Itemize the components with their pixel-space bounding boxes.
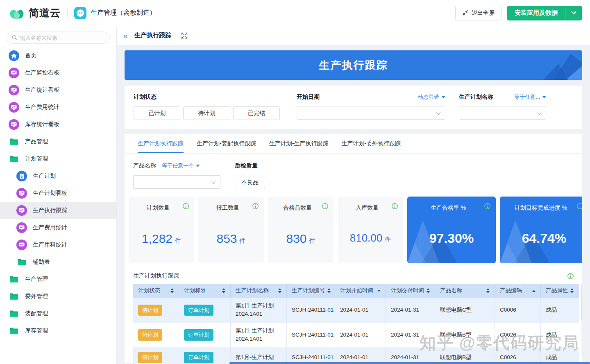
sidebar-item-production-plan-board[interactable]: 生产计划看板 — [0, 185, 116, 202]
start-date-mode-dropdown[interactable]: 动态筛选 — [418, 93, 445, 101]
sidebar-search[interactable] — [7, 32, 110, 44]
stat-value: 1,282 — [142, 232, 172, 245]
plan-name-select[interactable] — [459, 106, 546, 120]
tracking-card: 生产计划执行跟踪 生产计划-装配执行跟踪 生产计划-生产执行跟踪 生产计划-委外… — [125, 134, 582, 363]
tag-badge: 订单计划 — [184, 305, 213, 316]
info-icon[interactable] — [484, 203, 490, 209]
install-app-label[interactable]: 安装应用及数据 — [507, 6, 565, 20]
quality-option-defective[interactable]: 不良品 — [235, 176, 265, 189]
column-header[interactable]: 产品属性 — [541, 284, 575, 298]
sidebar-item-production-plan[interactable]: 生产计划 — [0, 167, 116, 185]
column-header[interactable]: 计划交付时间 — [386, 284, 435, 298]
column-header[interactable]: 生产计划编号 — [287, 284, 335, 298]
horizontal-scrollbar[interactable] — [229, 362, 590, 364]
triangle-down-icon — [196, 165, 200, 167]
exit-fullscreen-label: 退出全屏 — [472, 9, 495, 17]
info-icon[interactable] — [322, 203, 328, 209]
home-icon — [9, 50, 19, 61]
sidebar-item-plan-management[interactable]: 计划管理 — [0, 150, 116, 167]
sidebar-item-production-management[interactable]: 生产管理 — [0, 271, 116, 288]
folder-icon — [9, 138, 19, 145]
stat-unit: 件 — [309, 237, 315, 244]
tab-outsourcing-tracking[interactable]: 生产计划-委外执行跟踪 — [341, 134, 401, 153]
column-header[interactable]: 计划状态 — [133, 284, 179, 298]
sort-icon[interactable] — [427, 288, 430, 293]
column-header[interactable]: 生产计划名称 — [231, 284, 287, 298]
exit-fullscreen-button[interactable]: 退出全屏 — [455, 6, 502, 20]
table-row[interactable]: 待计划 订单计划 第1月-生产计划2024.1A01 SCJH-240111-0… — [133, 298, 579, 323]
info-icon[interactable] — [252, 203, 259, 209]
sort-icon[interactable] — [278, 288, 281, 293]
sub-filter-row: 产品名称 等于任意一个 质检质量 不良品 — [125, 154, 582, 189]
dashboard-icon — [9, 68, 19, 78]
stat-value: 97.30% — [429, 231, 474, 246]
search-input[interactable] — [20, 35, 104, 41]
sort-icon[interactable] — [222, 288, 225, 293]
sidebar-item-production-stats-board[interactable]: 生产统计看板 — [0, 81, 116, 99]
sidebar-item-production-monitor-board[interactable]: 生产监控看板 — [0, 64, 116, 81]
sidebar-item-label: 装配管理 — [25, 310, 48, 317]
sidebar-item-assembly-management[interactable]: 装配管理 — [0, 305, 116, 322]
sidebar-item-label: 生产计划 — [33, 172, 56, 180]
plan-status-option-finished[interactable]: 已完结 — [233, 106, 280, 120]
dashboard-icon — [16, 205, 27, 216]
start-date-select[interactable] — [297, 106, 445, 120]
sort-desc-icon[interactable] — [377, 290, 381, 292]
stat-unit: 件 — [385, 236, 391, 243]
sidebar-item-label: 生产费用统计 — [25, 104, 59, 111]
install-app-button[interactable]: 安装应用及数据 — [507, 6, 582, 20]
info-icon[interactable] — [577, 203, 582, 209]
plan-name-mode-dropdown[interactable]: 等于任意... — [514, 93, 546, 101]
sidebar-item-label: 生产计划看板 — [33, 190, 67, 197]
plan-status-option-pending[interactable]: 待计划 — [183, 106, 230, 120]
column-header[interactable]: 产品名称 — [435, 284, 495, 298]
column-header[interactable]: 产品编码 — [495, 284, 541, 298]
brand-logo[interactable]: 简道云 — [9, 6, 61, 20]
stat-value: 830 — [286, 232, 306, 245]
info-icon[interactable] — [183, 203, 189, 209]
sidebar-item-auxiliary-tables[interactable]: 辅助表 — [0, 253, 116, 271]
sidebar-item-production-execution-tracking[interactable]: 生产执行跟踪 — [0, 202, 116, 219]
tabs-row: 生产计划执行跟踪 生产计划-装配执行跟踪 生产计划-生产执行跟踪 生产计划-委外… — [125, 134, 582, 154]
sidebar-item-outsourcing-management[interactable]: 委外管理 — [0, 288, 116, 305]
sidebar-item-production-cost-stats-sub[interactable]: 生产费用统计 — [0, 219, 116, 236]
sidebar-item-production-cost-stats[interactable]: 生产费用统计 — [0, 99, 116, 116]
quality-label: 质检质量 — [235, 162, 258, 170]
product-name-mode-dropdown[interactable]: 等于任意一个 — [162, 162, 200, 170]
info-icon[interactable] — [392, 203, 398, 209]
sidebar-item-production-material-stats[interactable]: 生产用料统计 — [0, 236, 116, 253]
fullscreen-expand-icon[interactable] — [181, 32, 188, 39]
plan-status-option-planned[interactable]: 已计划 — [134, 106, 180, 120]
dashboard-icon — [9, 102, 19, 113]
sidebar-item-product-management[interactable]: 产品管理 — [0, 133, 116, 150]
watermark: 知乎 @零代码研究局 — [420, 332, 579, 354]
column-header[interactable]: 计划开始时间 — [335, 284, 386, 298]
table-header-row: 计划状态 计划标签 生产计划名称 生产计划编号 计划开始时间 计划交付时间 产品… — [133, 284, 579, 298]
sort-icon[interactable] — [170, 288, 174, 293]
tab-production-tracking[interactable]: 生产计划-生产执行跟踪 — [269, 134, 329, 153]
sidebar-collapse-icon[interactable]: « — [122, 32, 129, 40]
stat-cards-row: 计划数量 1,282件 报工数量 853件 合格品数量 830件 — [129, 197, 574, 263]
sidebar-item-home[interactable]: 首页 — [0, 47, 116, 64]
install-dropdown-toggle[interactable] — [565, 6, 582, 20]
stat-value: 810.00 — [350, 232, 383, 244]
sort-icon[interactable] — [486, 288, 490, 293]
sidebar-item-inventory-management[interactable]: 库存管理 — [0, 322, 116, 339]
column-header-cut — [575, 284, 579, 298]
app-title: 生产管理（离散制造） — [91, 9, 156, 17]
tab-production-plan-tracking[interactable]: 生产计划执行跟踪 — [138, 134, 184, 153]
sort-icon[interactable] — [570, 288, 574, 293]
table-vertical-scrollbar[interactable] — [581, 284, 582, 357]
sort-icon[interactable] — [327, 288, 331, 293]
sidebar-item-label: 生产监控看板 — [25, 69, 59, 77]
tab-assembly-tracking[interactable]: 生产计划-装配执行跟踪 — [197, 134, 256, 153]
sort-asc-icon[interactable] — [532, 290, 536, 292]
column-header[interactable]: 计划标签 — [179, 284, 231, 298]
info-icon[interactable] — [567, 273, 574, 279]
filter-card: 计划状态 已计划 待计划 已完结 开始日期 动态筛选 — [125, 86, 582, 129]
product-name-select[interactable] — [133, 175, 220, 189]
folder-icon — [9, 327, 19, 335]
sidebar-item-inventory-stats-board[interactable]: 库存统计看板 — [0, 116, 116, 133]
exit-fullscreen-icon — [462, 10, 468, 16]
stat-card-pass-rate: 生产合格率 % 97.30% — [407, 197, 496, 263]
